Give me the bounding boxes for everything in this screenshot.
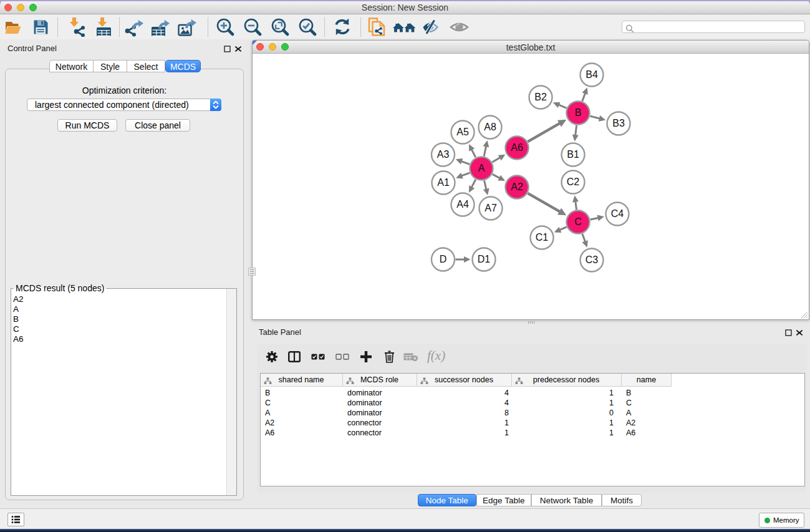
svg-text:A3: A3: [437, 149, 450, 160]
svg-text:B4: B4: [586, 69, 598, 80]
svg-text:C4: C4: [611, 208, 624, 219]
svg-text:A8: A8: [484, 122, 496, 132]
svg-text:C1: C1: [536, 232, 549, 243]
svg-text:B3: B3: [612, 118, 625, 128]
svg-text:A1: A1: [437, 177, 450, 188]
svg-text:A5: A5: [456, 127, 469, 137]
svg-text:B: B: [575, 107, 582, 118]
svg-text:A2: A2: [511, 181, 523, 192]
svg-text:B2: B2: [534, 92, 547, 102]
svg-text:A7: A7: [485, 203, 497, 213]
svg-text:D1: D1: [478, 254, 491, 264]
svg-text:A6: A6: [511, 142, 523, 153]
svg-text:D: D: [440, 254, 447, 264]
svg-text:B1: B1: [567, 149, 579, 160]
svg-text:C3: C3: [586, 254, 599, 265]
svg-text:A4: A4: [456, 199, 469, 210]
svg-text:C2: C2: [567, 177, 580, 187]
svg-text:C: C: [574, 216, 582, 227]
svg-text:A: A: [478, 163, 485, 173]
